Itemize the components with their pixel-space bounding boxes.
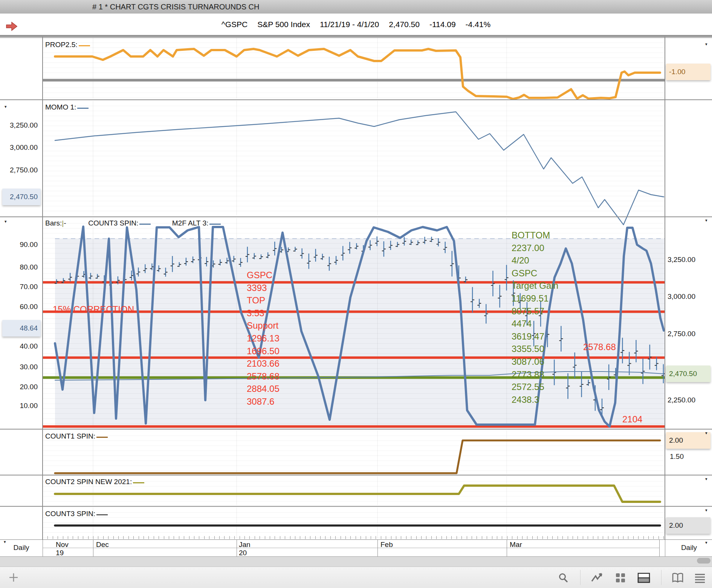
green-annotation-line: BOTTOM [512, 229, 558, 242]
green-annotation-line: 2572.55 [512, 381, 558, 393]
year-label-19: 19 [56, 549, 64, 557]
main-axis-label: 10.00 [2, 402, 38, 410]
main-axis-label: 90.00 [2, 241, 38, 249]
count3-main-underline [139, 224, 151, 225]
trendline-tool-icon[interactable] [591, 572, 603, 583]
momo-axis-label: 3,250.00 [2, 121, 38, 129]
panel-layout-icon[interactable] [637, 572, 650, 583]
list-lines-icon[interactable] [694, 572, 706, 583]
axis-left-border [43, 540, 43, 557]
oscillator-last-value-box[interactable]: 48.64 [2, 320, 41, 337]
month-year-divider [43, 548, 659, 548]
panel-label-count2[interactable]: COUNT2 SPIN NEW 2021: [45, 478, 145, 486]
toolbar-divider [580, 570, 581, 585]
green-annotation-line: 8075.57 [512, 305, 558, 318]
red-annotation-line: 3087.6 [247, 395, 280, 408]
red-annotation-line: 2578.68 [247, 370, 280, 383]
red-annotation-line: Support [247, 319, 280, 332]
toolbar-divider [661, 570, 662, 585]
panel-label-count3-main[interactable]: COUNT3 SPIN: [88, 219, 138, 227]
red-annotation-line: 2884.05 [247, 382, 280, 395]
green-annotation-line: 2237.00 [512, 242, 558, 254]
red-annotation-stack: GSPC3393TOP3.53Support1296.131696.502103… [247, 269, 280, 408]
green-annotation-line: 3355.50 [512, 343, 558, 355]
panel-label-prop[interactable]: PROP2.5: [45, 41, 91, 49]
count2-axis-dropdown-icon[interactable]: ▾ [705, 477, 707, 481]
bottom-toolbar [0, 567, 712, 588]
red-annotation-line: 1696.50 [247, 345, 280, 358]
count1-axis-label: 1.50 [670, 452, 711, 461]
green-annotation-line: 4/20 [512, 254, 558, 267]
red-annotation-line: 2103.66 [247, 357, 280, 370]
month-divider [93, 540, 93, 557]
timeframe-right[interactable]: Daily [666, 544, 712, 552]
momo-last-value-box[interactable]: 2,470.50 [2, 189, 41, 205]
prop-last-value-box[interactable]: -1.00 [666, 64, 710, 80]
red-annotation-line: 3393 [247, 282, 280, 294]
time-axis-row[interactable]: Daily Daily NovDecJanFebMar1920 [0, 539, 712, 557]
month-label-Nov: Nov [56, 541, 69, 549]
panel-label-count3[interactable]: COUNT3 SPIN: [45, 510, 108, 518]
prop-axis-dropdown-icon[interactable]: ▾ [705, 42, 707, 46]
panel-label-momo[interactable]: MOMO 1: [45, 103, 89, 111]
time-axis-tick-ruler [43, 536, 665, 539]
green-annotation-line: 11699.51 [512, 292, 558, 305]
main-axis-label: 80.00 [2, 263, 38, 271]
main-axis-dropdown-icon[interactable]: ▾ [5, 219, 7, 223]
series-COUNT1_SPIN [55, 440, 660, 473]
red-annotation-line: GSPC [247, 269, 280, 282]
timeframe-left[interactable]: Daily [0, 544, 43, 552]
month-divider [237, 540, 237, 557]
green-annotation-line: GSPC [512, 267, 558, 280]
grid-view-icon[interactable] [615, 572, 626, 583]
momo-axis-label: 3,000.00 [2, 143, 38, 152]
price-axis-label: 3,250.00 [668, 256, 709, 264]
month-divider [507, 540, 507, 557]
add-chart-button[interactable] [8, 572, 19, 583]
panel-label-m2f[interactable]: M2F ALT 3: [172, 219, 208, 227]
green-annotation-line: 2773.88 [512, 368, 558, 381]
bottom-separator-band [0, 556, 712, 567]
panel-label-count1[interactable]: COUNT1 SPIN: [45, 432, 108, 440]
horizontal-scrollbar-thumb[interactable] [697, 558, 710, 564]
momo-axis-label: 2,750.00 [2, 166, 38, 174]
series-COUNT2_SPIN [55, 486, 660, 502]
momo-axis-dropdown-icon[interactable]: ▾ [5, 105, 7, 108]
main-axis-label: 30.00 [2, 363, 38, 371]
green-annotation-stack: BOTTOM2237.004/20GSPCTarget Gain11699.51… [512, 229, 558, 406]
red-annotation-line: TOP [247, 294, 280, 307]
green-annotation-line: 4474 [512, 317, 558, 330]
app-window: # 1 * CHART CGTS CRISIS TURNAROUNDS CH ^… [0, 0, 712, 588]
year-label-20: 20 [239, 549, 247, 557]
green-annotation-line: 3087.06 [512, 355, 558, 368]
level-2104-annotation: 2104 [622, 414, 642, 425]
chart-canvas[interactable] [0, 0, 712, 588]
month-label-Dec: Dec [96, 541, 109, 549]
main-axis-label: 70.00 [2, 283, 38, 291]
main-right-axis-dropdown-icon[interactable]: ▾ [705, 218, 707, 222]
price-last-value-box[interactable]: 2,470.50 [666, 366, 710, 382]
count3-axis-dropdown-icon[interactable]: ▾ [705, 508, 707, 512]
month-label-Jan: Jan [239, 541, 251, 549]
month-divider [377, 540, 378, 557]
month-label-Mar: Mar [510, 541, 522, 549]
count1-axis-dropdown-icon[interactable]: ▾ [705, 431, 707, 435]
month-label-Feb: Feb [380, 541, 393, 549]
search-icon[interactable] [558, 572, 569, 583]
main-axis-label: 40.00 [2, 342, 38, 350]
count1-last-value-box[interactable]: 2.00 [666, 432, 710, 449]
main-axis-label: 60.00 [2, 303, 38, 311]
count3-last-value-box[interactable]: 2.00 [666, 517, 710, 534]
count2-underline [133, 482, 144, 483]
panel-label-bars[interactable]: Bars:|- COUNT3 SPIN: M2F ALT 3: [45, 219, 222, 227]
count3-underline [96, 514, 108, 515]
green-annotation-line: Target Gain [512, 279, 558, 292]
count1-underline [96, 437, 108, 438]
main-axis-label: 20.00 [2, 383, 38, 391]
axis-right-border [665, 540, 665, 557]
green-annotation-line: 3619.47 [512, 330, 558, 343]
watchlist-book-icon[interactable] [671, 572, 684, 583]
series-MOMO1 [55, 112, 664, 225]
price-axis-label: 2,750.00 [668, 330, 709, 338]
price-axis-label: 3,000.00 [668, 292, 709, 301]
